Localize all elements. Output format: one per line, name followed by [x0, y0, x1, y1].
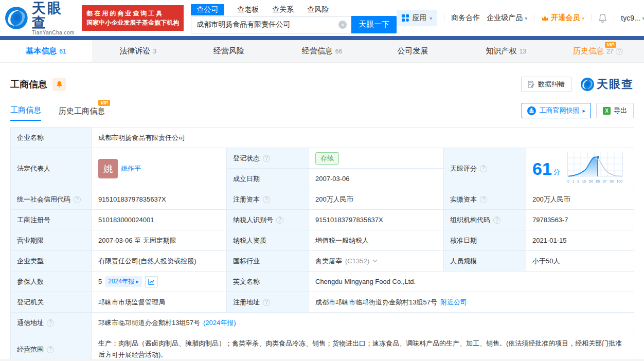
field-label-approval-date: 核准日期	[444, 230, 526, 251]
tab-operational-risk[interactable]: 经营风险	[184, 40, 276, 62]
tab-intellectual-property[interactable]: 知识产权 13	[460, 40, 552, 62]
search-tab-relation[interactable]: 查关系	[272, 4, 294, 15]
help-icon[interactable]: ?	[480, 165, 487, 172]
field-label-company-type: 企业类型	[11, 251, 92, 272]
logo-title: 天眼查	[32, 1, 76, 30]
chevron-down-icon: ▾	[525, 15, 527, 21]
field-value-registration-authority: 邛崃市市场监督管理局	[92, 292, 227, 313]
help-icon[interactable]: ?	[263, 196, 270, 203]
subtab-row: 工商信息 VIP 历史工商信息 工商官网快照 ▸ X 导出	[10, 103, 634, 121]
apps-menu[interactable]: 应用 ▾	[397, 10, 437, 26]
chevron-down-icon: ▾	[642, 15, 644, 21]
search-button[interactable]: 天眼一下	[351, 16, 397, 33]
chevron-down-icon[interactable]	[372, 259, 378, 263]
insured-trend-button[interactable]	[145, 276, 158, 287]
slogan-line2: 国家中小企业发展子基金旗下机构	[86, 18, 179, 27]
apps-grid-icon	[402, 14, 409, 22]
search-area: 查公司 查老板 查关系 查风险 × 天眼一下	[191, 3, 397, 33]
help-icon[interactable]: ?	[263, 299, 270, 306]
username: tyc9...	[621, 14, 640, 22]
tab-company-development[interactable]: 公司发展	[368, 40, 460, 62]
user-account-menu[interactable]: tyc9... ▾	[621, 14, 644, 22]
data-correction-button[interactable]: 数据纠错	[521, 77, 571, 92]
field-value-company-name: 成都市明扬食品有限责任公司	[92, 128, 634, 148]
watermark-logo: 天眼查	[581, 77, 634, 92]
search-tab-boss[interactable]: 查老板	[237, 4, 259, 15]
stamp-icon	[527, 106, 536, 115]
annual-report-tag[interactable]: 2024年报 ▸	[105, 276, 142, 287]
field-label-registered-capital: 注册资本 ?	[227, 189, 309, 210]
search-tab-risk[interactable]: 查风险	[307, 4, 329, 15]
vip-badge: VIP	[98, 100, 110, 106]
brand-slogan: 都在用的商业查询工具 国家中小企业发展子基金旗下机构	[82, 5, 184, 31]
crown-icon	[541, 15, 549, 22]
field-label-business-scope: 经营范围 ?	[11, 333, 92, 361]
search-input[interactable]	[191, 16, 351, 33]
help-icon[interactable]: ?	[616, 48, 623, 55]
tab-basic-info[interactable]: 基本信息 61	[0, 40, 92, 62]
section-header: 工商信息 数据纠错	[10, 76, 634, 93]
help-icon[interactable]: ?	[493, 216, 500, 224]
nav-cooperation[interactable]: 商务合作	[451, 13, 480, 23]
field-value-industry: 禽类屠宰 (C1352)	[309, 251, 444, 272]
status-badge: 存续	[315, 152, 339, 165]
clear-search-icon[interactable]: ×	[338, 21, 347, 29]
help-icon[interactable]: ?	[74, 196, 81, 203]
nearby-companies-link[interactable]: 附近公司	[440, 298, 467, 307]
footer-strip	[0, 359, 644, 361]
field-label-credit-code: 统一社会信用代码 ?	[11, 189, 92, 210]
field-value-english-name: Chengdu Mingyang Food Co.,Ltd.	[309, 272, 634, 292]
nav-enterprise-products[interactable]: 企业级产品 ▾	[487, 13, 527, 23]
legal-rep-name-link[interactable]: 姚作平	[121, 164, 141, 173]
export-button[interactable]: X 导出	[596, 103, 634, 118]
search-tabs: 查公司 查老板 查关系 查风险	[191, 3, 397, 15]
nav-open-vip[interactable]: 开通会员 ▾	[541, 13, 584, 23]
notification-bell-icon[interactable]	[598, 13, 607, 23]
field-label-registration-number: 工商注册号	[11, 210, 92, 230]
business-info-table: 企业名称 成都市明扬食品有限责任公司 法定代表人 姚 姚作平 登记状态 ? 存续…	[10, 127, 634, 361]
user-nav: 应用 ▾ 商务合作 企业级产品 ▾ 开通会员 ▾	[397, 10, 644, 26]
field-value-registered-address: 成都市邛崃市临邛街道办金鹅村13组57号 附近公司	[309, 292, 634, 313]
divider	[534, 14, 534, 22]
vip-badge: VIP	[605, 42, 617, 48]
field-value-taxpayer-id: 91510183797835637X	[309, 210, 444, 230]
field-value-taxpayer-quality: 增值税一般纳税人	[309, 230, 444, 251]
field-value-business-scope: 生产：肉制品（酱卤肉制品、腌腊肉制品）；禽类宰杀、肉类食品冷冻、销售；货物进出口…	[92, 333, 634, 361]
subtab-business-registration[interactable]: 工商信息	[10, 105, 41, 121]
field-value-registration-status: 存续	[309, 148, 444, 169]
help-icon[interactable]: ?	[47, 346, 54, 353]
header: 天眼查 TianYanCha.com 都在用的商业查询工具 国家中小企业发展子基…	[0, 0, 644, 36]
subscribe-bell-chip[interactable]	[52, 78, 66, 91]
field-label-legal-representative: 法定代表人	[11, 148, 92, 189]
help-icon[interactable]: ?	[276, 216, 283, 224]
chevron-down-icon: ▾	[430, 15, 432, 21]
field-label-taxpayer-quality: 纳税人资质	[227, 230, 309, 251]
field-label-insured-count: 参保人数	[11, 272, 92, 292]
tianyancha-logo[interactable]: 天眼查 TianYanCha.com	[5, 1, 76, 35]
bell-icon	[56, 81, 63, 88]
tianyancha-logo-icon	[5, 6, 28, 30]
header-accent-bar	[0, 36, 644, 40]
excel-icon: X	[603, 107, 611, 115]
subtab-history-registration[interactable]: VIP 历史工商信息	[59, 106, 105, 121]
arrow-right-icon: ▸	[136, 278, 139, 284]
tab-business-info[interactable]: 经营信息 66	[276, 40, 368, 62]
tab-history-info[interactable]: VIP 历史信息 27 ?	[552, 40, 644, 62]
tab-legal-proceedings[interactable]: 法律诉讼 3	[92, 40, 184, 62]
divider	[614, 14, 614, 22]
field-label-establish-date: 成立日期	[227, 169, 309, 189]
help-icon[interactable]: ?	[480, 196, 487, 203]
annual-report-link[interactable]: (2024年报)	[203, 318, 236, 328]
arrow-right-icon: ▸	[582, 107, 585, 114]
help-icon[interactable]: ?	[263, 155, 270, 162]
section-title: 工商信息	[10, 78, 47, 91]
score-chart-axis: 01 315 5085 9799 100	[567, 179, 622, 184]
legal-rep-avatar[interactable]: 姚	[98, 159, 118, 178]
field-value-organization-code: 79783563-7	[526, 210, 634, 230]
search-tab-company[interactable]: 查公司	[191, 4, 224, 15]
field-value-registered-capital: 200万人民币	[309, 189, 444, 210]
field-label-paid-capital: 实缴资本 ?	[444, 189, 526, 210]
field-value-staff-size: 小于50人	[526, 251, 634, 272]
help-icon[interactable]: ?	[47, 319, 54, 327]
official-snapshot-button[interactable]: 工商官网快照 ▸	[522, 103, 591, 118]
